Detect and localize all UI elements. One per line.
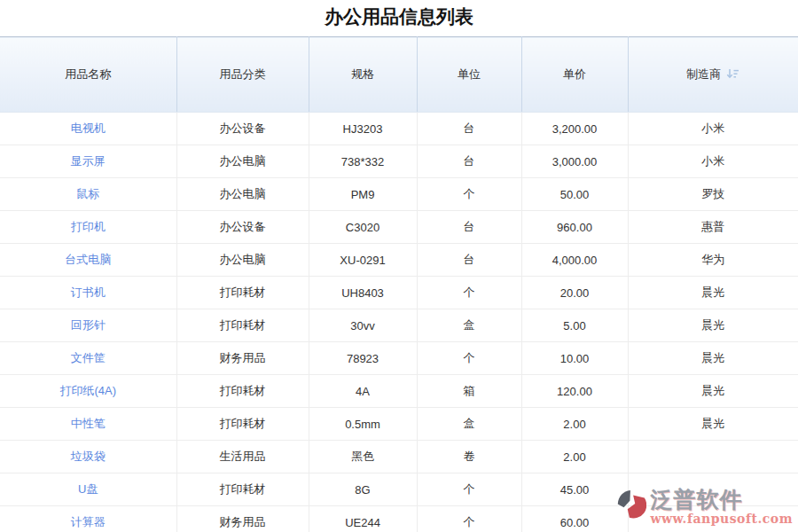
- table-row: 文件筐财务用品78923个10.00晨光: [0, 342, 798, 375]
- cell-price: 120.00: [521, 375, 628, 408]
- cell-manufacturer: [628, 473, 798, 506]
- item-name-link[interactable]: 显示屏: [71, 154, 106, 168]
- item-name-link[interactable]: 回形针: [71, 318, 106, 332]
- column-header-label-category: 用品分类: [220, 67, 266, 81]
- cell-name: 鼠标: [0, 178, 176, 211]
- cell-unit: 台: [417, 145, 521, 178]
- cell-name: 电视机: [0, 113, 176, 145]
- cell-unit: 个: [417, 342, 521, 375]
- cell-category: 打印耗材: [176, 408, 309, 441]
- cell-spec: 738*332: [309, 145, 417, 178]
- table-row: 计算器财务用品UE244个60.00: [0, 506, 798, 532]
- cell-category: 打印耗材: [176, 375, 309, 408]
- cell-manufacturer: [628, 441, 798, 473]
- cell-unit: 台: [417, 113, 521, 145]
- column-header-price: 单价: [521, 37, 628, 113]
- cell-category: 办公电脑: [176, 244, 309, 277]
- cell-name: 台式电脑: [0, 244, 176, 277]
- cell-category: 打印耗材: [176, 473, 309, 506]
- cell-spec: UH8403: [309, 277, 417, 309]
- table-row: 台式电脑办公电脑XU-0291台4,000.00华为: [0, 244, 798, 277]
- item-name-link[interactable]: U盘: [78, 482, 98, 496]
- cell-spec: HJ3203: [309, 113, 417, 145]
- column-header-category: 用品分类: [176, 37, 309, 113]
- table-row: 垃圾袋生活用品黑色卷2.00: [0, 441, 798, 473]
- cell-name: 垃圾袋: [0, 441, 176, 473]
- table-row: 回形针打印耗材30vv盒5.00晨光: [0, 309, 798, 342]
- cell-category: 生活用品: [176, 441, 309, 473]
- cell-manufacturer: 晨光: [628, 408, 798, 441]
- table-row: 中性笔打印耗材0.5mm盒2.00晨光: [0, 408, 798, 441]
- cell-price: 3,000.00: [521, 145, 628, 178]
- cell-price: 60.00: [521, 506, 628, 532]
- cell-name: 打印纸(4A): [0, 375, 176, 408]
- column-header-label-manufacturer: 制造商: [686, 67, 721, 81]
- cell-spec: 黑色: [309, 441, 417, 473]
- item-name-link[interactable]: 电视机: [71, 121, 106, 135]
- item-name-link[interactable]: 订书机: [71, 286, 106, 299]
- cell-name: 中性笔: [0, 408, 176, 441]
- cell-manufacturer: 晨光: [628, 342, 798, 375]
- cell-category: 财务用品: [176, 506, 309, 532]
- item-name-link[interactable]: 计算器: [71, 515, 106, 528]
- cell-spec: PM9: [309, 178, 417, 211]
- cell-name: 文件筐: [0, 342, 176, 375]
- cell-manufacturer: 晨光: [628, 309, 798, 342]
- cell-unit: 台: [417, 244, 521, 277]
- cell-manufacturer: 小米: [628, 145, 798, 178]
- cell-spec: C3020: [309, 211, 417, 244]
- cell-category: 财务用品: [176, 342, 309, 375]
- table-header-row: 用品名称用品分类规格单位单价制造商: [0, 37, 798, 113]
- item-name-link[interactable]: 打印纸(4A): [59, 384, 116, 397]
- table-header: 用品名称用品分类规格单位单价制造商: [0, 37, 798, 113]
- cell-price: 5.00: [521, 309, 628, 342]
- item-name-link[interactable]: 文件筐: [71, 351, 106, 364]
- office-supplies-table: 用品名称用品分类规格单位单价制造商 电视机办公设备HJ3203台3,200.00…: [0, 36, 798, 532]
- column-header-manufacturer[interactable]: 制造商: [628, 37, 798, 113]
- cell-price: 2.00: [521, 408, 628, 441]
- cell-spec: XU-0291: [309, 244, 417, 277]
- table-row: 电视机办公设备HJ3203台3,200.00小米: [0, 113, 798, 145]
- cell-unit: 箱: [417, 375, 521, 408]
- item-name-link[interactable]: 中性笔: [71, 417, 106, 430]
- column-header-spec: 规格: [309, 37, 417, 113]
- table-row: U盘打印耗材8G个45.00: [0, 473, 798, 506]
- cell-unit: 盒: [417, 408, 521, 441]
- sort-descending-icon[interactable]: [726, 68, 739, 80]
- table-row: 打印纸(4A)打印耗材4A箱120.00晨光: [0, 375, 798, 408]
- cell-manufacturer: 华为: [628, 244, 798, 277]
- cell-manufacturer: 晨光: [628, 375, 798, 408]
- cell-manufacturer: 罗技: [628, 178, 798, 211]
- cell-unit: 个: [417, 277, 521, 309]
- page-title: 办公用品信息列表: [0, 0, 798, 36]
- cell-price: 20.00: [521, 277, 628, 309]
- cell-spec: 78923: [309, 342, 417, 375]
- table-body: 电视机办公设备HJ3203台3,200.00小米显示屏办公电脑738*332台3…: [0, 113, 798, 532]
- cell-unit: 个: [417, 178, 521, 211]
- cell-manufacturer: [628, 506, 798, 532]
- cell-unit: 个: [417, 473, 521, 506]
- cell-price: 3,200.00: [521, 113, 628, 145]
- cell-spec: 4A: [309, 375, 417, 408]
- item-name-link[interactable]: 打印机: [71, 220, 106, 233]
- cell-name: 打印机: [0, 211, 176, 244]
- column-header-label-spec: 规格: [351, 67, 374, 81]
- table-row: 鼠标办公电脑PM9个50.00罗技: [0, 178, 798, 211]
- column-header-name: 用品名称: [0, 37, 176, 113]
- cell-category: 打印耗材: [176, 277, 309, 309]
- item-name-link[interactable]: 垃圾袋: [71, 450, 106, 463]
- item-name-link[interactable]: 台式电脑: [65, 253, 111, 266]
- cell-price: 960.00: [521, 211, 628, 244]
- cell-unit: 盒: [417, 309, 521, 342]
- column-header-unit: 单位: [417, 37, 521, 113]
- item-name-link[interactable]: 鼠标: [76, 187, 99, 200]
- cell-price: 50.00: [521, 178, 628, 211]
- cell-price: 2.00: [521, 441, 628, 473]
- cell-name: 订书机: [0, 277, 176, 309]
- cell-spec: 30vv: [309, 309, 417, 342]
- cell-unit: 台: [417, 211, 521, 244]
- cell-price: 4,000.00: [521, 244, 628, 277]
- column-header-label-price: 单价: [563, 67, 586, 81]
- column-header-label-unit: 单位: [458, 67, 481, 81]
- cell-spec: UE244: [309, 506, 417, 532]
